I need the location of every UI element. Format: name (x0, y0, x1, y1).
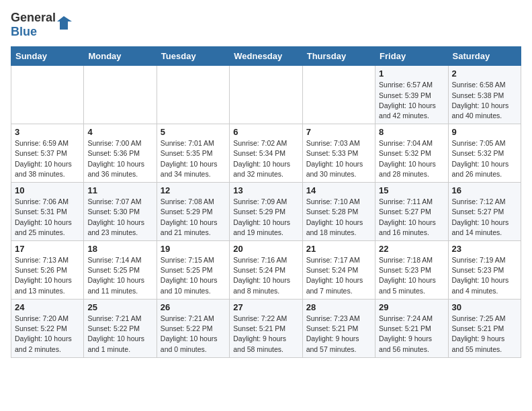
day-info: Sunrise: 7:17 AM Sunset: 5:24 PM Dayligh… (306, 255, 371, 296)
calendar-cell: 29Sunrise: 7:24 AM Sunset: 5:21 PM Dayli… (375, 299, 448, 357)
day-number: 21 (306, 244, 371, 254)
day-info: Sunrise: 7:11 AM Sunset: 5:27 PM Dayligh… (379, 197, 444, 238)
day-number: 26 (161, 302, 226, 312)
day-number: 24 (15, 302, 80, 312)
calendar-cell: 26Sunrise: 7:21 AM Sunset: 5:22 PM Dayli… (157, 299, 229, 357)
calendar-week-row: 17Sunrise: 7:13 AM Sunset: 5:26 PM Dayli… (11, 241, 521, 300)
day-number: 4 (87, 127, 152, 137)
calendar-cell: 17Sunrise: 7:13 AM Sunset: 5:26 PM Dayli… (11, 241, 84, 300)
page-header: GeneralBlue (11, 11, 521, 38)
day-info: Sunrise: 7:23 AM Sunset: 5:21 PM Dayligh… (306, 314, 371, 355)
calendar-week-row: 24Sunrise: 7:20 AM Sunset: 5:22 PM Dayli… (11, 299, 521, 357)
calendar-cell (230, 66, 302, 124)
day-number: 11 (87, 185, 152, 195)
day-info: Sunrise: 7:08 AM Sunset: 5:29 PM Dayligh… (161, 197, 226, 238)
svg-marker-0 (57, 16, 72, 30)
day-info: Sunrise: 7:19 AM Sunset: 5:23 PM Dayligh… (452, 255, 517, 296)
logo-bird-icon (57, 15, 72, 35)
day-number: 6 (233, 127, 298, 137)
calendar-cell: 9Sunrise: 7:05 AM Sunset: 5:32 PM Daylig… (448, 124, 521, 183)
calendar-cell: 1Sunrise: 6:57 AM Sunset: 5:39 PM Daylig… (375, 66, 448, 124)
calendar-cell: 6Sunrise: 7:02 AM Sunset: 5:34 PM Daylig… (230, 124, 302, 183)
calendar-cell: 15Sunrise: 7:11 AM Sunset: 5:27 PM Dayli… (375, 183, 448, 241)
day-number: 12 (161, 185, 226, 195)
calendar-cell: 10Sunrise: 7:06 AM Sunset: 5:31 PM Dayli… (11, 183, 84, 241)
day-number: 29 (379, 302, 444, 312)
day-number: 16 (452, 185, 517, 195)
calendar-cell: 5Sunrise: 7:01 AM Sunset: 5:35 PM Daylig… (157, 124, 229, 183)
calendar-header: SundayMondayTuesdayWednesdayThursdayFrid… (11, 47, 521, 66)
day-info: Sunrise: 7:06 AM Sunset: 5:31 PM Dayligh… (15, 197, 80, 238)
day-info: Sunrise: 6:57 AM Sunset: 5:39 PM Dayligh… (379, 80, 444, 121)
day-info: Sunrise: 7:09 AM Sunset: 5:29 PM Dayligh… (233, 197, 298, 238)
calendar-cell: 21Sunrise: 7:17 AM Sunset: 5:24 PM Dayli… (302, 241, 375, 300)
day-number: 14 (306, 185, 371, 195)
day-number: 17 (15, 244, 80, 254)
day-info: Sunrise: 7:21 AM Sunset: 5:22 PM Dayligh… (87, 314, 152, 355)
weekday-header: Sunday (11, 47, 84, 66)
calendar-week-row: 10Sunrise: 7:06 AM Sunset: 5:31 PM Dayli… (11, 183, 521, 241)
calendar-cell: 12Sunrise: 7:08 AM Sunset: 5:29 PM Dayli… (157, 183, 229, 241)
day-number: 15 (379, 185, 444, 195)
day-info: Sunrise: 7:07 AM Sunset: 5:30 PM Dayligh… (87, 197, 152, 238)
calendar-cell: 25Sunrise: 7:21 AM Sunset: 5:22 PM Dayli… (84, 299, 157, 357)
day-info: Sunrise: 6:59 AM Sunset: 5:37 PM Dayligh… (15, 138, 80, 179)
calendar-cell (157, 66, 229, 124)
weekday-header: Saturday (448, 47, 521, 66)
calendar-week-row: 1Sunrise: 6:57 AM Sunset: 5:39 PM Daylig… (11, 66, 521, 124)
day-info: Sunrise: 7:13 AM Sunset: 5:26 PM Dayligh… (15, 255, 80, 296)
calendar-cell: 3Sunrise: 6:59 AM Sunset: 5:37 PM Daylig… (11, 124, 84, 183)
day-info: Sunrise: 7:14 AM Sunset: 5:25 PM Dayligh… (87, 255, 152, 296)
weekday-row: SundayMondayTuesdayWednesdayThursdayFrid… (11, 47, 521, 66)
day-number: 28 (306, 302, 371, 312)
calendar-cell: 4Sunrise: 7:00 AM Sunset: 5:36 PM Daylig… (84, 124, 157, 183)
day-info: Sunrise: 7:01 AM Sunset: 5:35 PM Dayligh… (161, 138, 226, 179)
day-number: 30 (452, 302, 517, 312)
calendar-cell: 18Sunrise: 7:14 AM Sunset: 5:25 PM Dayli… (84, 241, 157, 300)
day-info: Sunrise: 7:15 AM Sunset: 5:25 PM Dayligh… (161, 255, 226, 296)
day-number: 3 (15, 127, 80, 137)
day-info: Sunrise: 7:25 AM Sunset: 5:21 PM Dayligh… (452, 314, 517, 355)
calendar-cell: 8Sunrise: 7:04 AM Sunset: 5:32 PM Daylig… (375, 124, 448, 183)
logo: GeneralBlue (11, 11, 72, 38)
day-number: 10 (15, 185, 80, 195)
day-number: 23 (452, 244, 517, 254)
day-info: Sunrise: 7:03 AM Sunset: 5:33 PM Dayligh… (306, 138, 371, 179)
logo-text: GeneralBlue (11, 11, 56, 38)
weekday-header: Thursday (302, 47, 375, 66)
calendar-cell: 30Sunrise: 7:25 AM Sunset: 5:21 PM Dayli… (448, 299, 521, 357)
calendar-cell: 19Sunrise: 7:15 AM Sunset: 5:25 PM Dayli… (157, 241, 229, 300)
day-info: Sunrise: 7:16 AM Sunset: 5:24 PM Dayligh… (233, 255, 298, 296)
day-number: 5 (161, 127, 226, 137)
calendar-cell: 14Sunrise: 7:10 AM Sunset: 5:28 PM Dayli… (302, 183, 375, 241)
day-number: 2 (452, 68, 517, 79)
calendar-cell: 16Sunrise: 7:12 AM Sunset: 5:27 PM Dayli… (448, 183, 521, 241)
weekday-header: Tuesday (157, 47, 229, 66)
day-info: Sunrise: 7:21 AM Sunset: 5:22 PM Dayligh… (161, 314, 226, 355)
day-info: Sunrise: 7:24 AM Sunset: 5:21 PM Dayligh… (379, 314, 444, 355)
calendar-cell: 20Sunrise: 7:16 AM Sunset: 5:24 PM Dayli… (230, 241, 302, 300)
day-number: 1 (379, 68, 444, 79)
day-info: Sunrise: 6:58 AM Sunset: 5:38 PM Dayligh… (452, 80, 517, 121)
weekday-header: Monday (84, 47, 157, 66)
day-number: 20 (233, 244, 298, 254)
day-number: 7 (306, 127, 371, 137)
calendar-cell: 24Sunrise: 7:20 AM Sunset: 5:22 PM Dayli… (11, 299, 84, 357)
day-number: 8 (379, 127, 444, 137)
calendar-cell: 27Sunrise: 7:22 AM Sunset: 5:21 PM Dayli… (230, 299, 302, 357)
weekday-header: Friday (375, 47, 448, 66)
calendar-cell (302, 66, 375, 124)
calendar-cell: 23Sunrise: 7:19 AM Sunset: 5:23 PM Dayli… (448, 241, 521, 300)
day-info: Sunrise: 7:00 AM Sunset: 5:36 PM Dayligh… (87, 138, 152, 179)
day-number: 25 (87, 302, 152, 312)
calendar-cell (11, 66, 84, 124)
day-number: 13 (233, 185, 298, 195)
day-info: Sunrise: 7:02 AM Sunset: 5:34 PM Dayligh… (233, 138, 298, 179)
calendar-cell: 22Sunrise: 7:18 AM Sunset: 5:23 PM Dayli… (375, 241, 448, 300)
day-info: Sunrise: 7:05 AM Sunset: 5:32 PM Dayligh… (452, 138, 517, 179)
day-number: 22 (379, 244, 444, 254)
day-number: 18 (87, 244, 152, 254)
calendar-cell: 13Sunrise: 7:09 AM Sunset: 5:29 PM Dayli… (230, 183, 302, 241)
weekday-header: Wednesday (230, 47, 302, 66)
day-number: 9 (452, 127, 517, 137)
